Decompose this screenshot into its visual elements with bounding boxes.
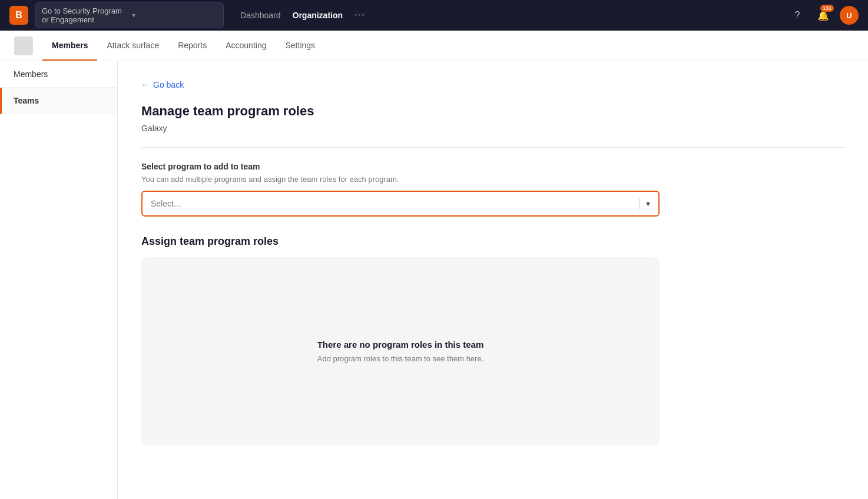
logo-text: B	[15, 10, 22, 21]
go-back-link[interactable]: ← Go back	[141, 80, 844, 89]
sub-nav-links: Members Attack surface Reports Accountin…	[42, 31, 324, 61]
logo-button[interactable]: B	[9, 6, 28, 25]
select-hint: You can add multiple programs and assign…	[141, 175, 844, 184]
sub-nav-settings[interactable]: Settings	[276, 31, 324, 61]
sub-nav-attack-surface[interactable]: Attack surface	[97, 31, 168, 61]
help-button[interactable]: ?	[788, 6, 807, 25]
program-select-input[interactable]	[151, 199, 634, 208]
nav-link-dashboard[interactable]: Dashboard	[236, 8, 286, 22]
select-chevron-icon: ▾	[646, 199, 650, 208]
go-back-arrow: ←	[141, 80, 150, 89]
sidebar: Members Teams	[0, 61, 118, 499]
empty-state-description: Add program roles to this team to see th…	[317, 354, 484, 363]
notification-button[interactable]: 🔔 131	[814, 6, 833, 25]
help-icon: ?	[795, 10, 800, 21]
top-nav-right: ? 🔔 131 U	[788, 6, 859, 25]
notification-badge: 131	[820, 5, 834, 12]
sub-nav-accounting[interactable]: Accounting	[216, 31, 276, 61]
program-selector-label: Go to Security Program or Engagement	[42, 6, 127, 24]
team-name: Galaxy	[141, 124, 844, 133]
select-divider	[640, 198, 640, 209]
sub-navigation: Members Attack surface Reports Accountin…	[0, 31, 868, 61]
sub-nav-members[interactable]: Members	[42, 31, 97, 61]
go-back-label: Go back	[153, 80, 184, 89]
assign-title: Assign team program roles	[141, 235, 844, 248]
program-selector-chevron: ▾	[132, 11, 217, 19]
top-navigation: B Go to Security Program or Engagement ▾…	[0, 0, 868, 31]
user-avatar[interactable]: U	[840, 6, 859, 25]
page-main: ← Go back Manage team program roles Gala…	[118, 61, 868, 499]
main-content: Members Teams ← Go back Manage team prog…	[0, 61, 868, 499]
empty-state-title: There are no program roles in this team	[317, 340, 484, 350]
section-divider	[141, 147, 844, 148]
empty-state-container: There are no program roles in this team …	[141, 257, 660, 445]
top-nav-links: Dashboard Organization •••	[236, 8, 370, 22]
sidebar-item-teams[interactable]: Teams	[0, 88, 117, 114]
org-logo	[14, 36, 33, 55]
program-selector[interactable]: Go to Security Program or Engagement ▾	[35, 2, 224, 28]
sub-nav-reports[interactable]: Reports	[168, 31, 216, 61]
nav-link-organization[interactable]: Organization	[288, 8, 348, 22]
sidebar-item-members[interactable]: Members	[0, 61, 117, 88]
select-label: Select program to add to team	[141, 162, 844, 171]
page-title: Manage team program roles	[141, 104, 844, 119]
avatar-initial: U	[846, 11, 852, 20]
nav-link-extra[interactable]: •••	[350, 9, 370, 22]
program-select-wrapper[interactable]: ▾	[141, 191, 660, 217]
